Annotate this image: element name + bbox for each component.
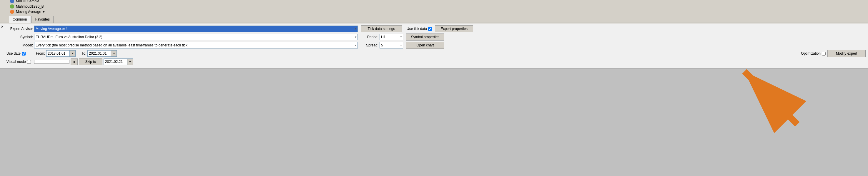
ea-row: Expert Advisor Tick data settings Use ti… <box>6 25 866 32</box>
optimization-label: Optimization <box>801 51 826 56</box>
main-form: × Expert Advisor Tick data settings Use … <box>0 23 868 68</box>
skip-to-date-input[interactable] <box>103 59 127 65</box>
visual-mode-checkbox[interactable] <box>27 60 31 64</box>
modify-expert-button[interactable]: Modify expert <box>827 50 866 57</box>
svg-line-1 <box>744 71 797 124</box>
dot-icon <box>10 4 14 8</box>
from-label: From: <box>36 51 45 56</box>
spread-label: Spread: <box>361 43 378 47</box>
open-chart-button[interactable]: Open chart <box>406 42 444 49</box>
expert-properties-button[interactable]: Expert properties <box>435 25 473 32</box>
ea-input[interactable] <box>34 26 358 32</box>
pause-button[interactable]: ⏸ <box>71 59 78 65</box>
to-date-input[interactable] <box>87 50 111 57</box>
scroll-indicator: ▼ <box>42 10 45 13</box>
dot-icon <box>10 0 14 3</box>
navigator-panel: MACD Sample Mahmoud1990_B Moving Average… <box>0 0 868 23</box>
close-button[interactable]: × <box>1 25 3 29</box>
list-item[interactable]: Moving Average ▼ <box>9 9 54 14</box>
to-date-picker-button[interactable]: ▼ <box>111 50 117 57</box>
symbol-properties-button[interactable]: Symbol properties <box>406 34 444 40</box>
symbol-row: Symbol: EURAUDm, Euro vs Australian Doll… <box>6 34 866 40</box>
model-row: Model: Every tick (the most precise meth… <box>6 42 866 49</box>
from-date-input[interactable] <box>46 50 70 57</box>
use-tick-data-label: Use tick data <box>407 27 432 31</box>
list-item[interactable]: MACD Sample <box>9 0 54 4</box>
tabs-row: Common Favorites <box>9 15 54 23</box>
model-select[interactable]: Every tick (the most precise method base… <box>34 42 358 48</box>
visual-mode-row: Visual mode ⏸ Skip to ▼ <box>6 58 866 65</box>
skip-to-date-picker-button[interactable]: ▼ <box>127 59 133 65</box>
use-date-checkbox[interactable] <box>22 52 26 56</box>
from-date-picker-button[interactable]: ▼ <box>70 50 75 57</box>
period-label: Period: <box>361 35 378 39</box>
model-label: Model: <box>6 43 33 47</box>
tab-favorites[interactable]: Favorites <box>31 16 54 23</box>
period-select[interactable]: H1 <box>379 34 403 40</box>
visual-progress-bar <box>34 60 69 64</box>
optimization-checkbox[interactable] <box>822 52 826 56</box>
use-tick-data-checkbox[interactable] <box>428 27 432 31</box>
spread-select[interactable]: 5 <box>379 42 403 48</box>
list-item[interactable]: Mahmoud1990_B <box>9 4 54 9</box>
dot-icon <box>10 10 14 14</box>
arrow-decoration <box>721 57 809 133</box>
use-date-label: Use date <box>6 51 33 56</box>
symbol-label: Symbol: <box>6 35 33 39</box>
skip-to-button[interactable]: Skip to <box>79 58 102 65</box>
to-label: To: <box>82 51 86 56</box>
ea-label: Expert Advisor <box>6 27 33 31</box>
navigator-list: MACD Sample Mahmoud1990_B Moving Average… <box>9 0 54 14</box>
lower-area <box>0 68 868 150</box>
symbol-select[interactable]: EURAUDm, Euro vs Australian Dollar (3.2) <box>34 34 358 40</box>
tab-common[interactable]: Common <box>9 16 31 23</box>
date-row: Use date From: ▼ To: ▼ Optimization Modi… <box>6 50 866 57</box>
tick-data-settings-button[interactable]: Tick data settings <box>361 25 402 32</box>
visual-mode-label: Visual mode <box>6 60 33 64</box>
